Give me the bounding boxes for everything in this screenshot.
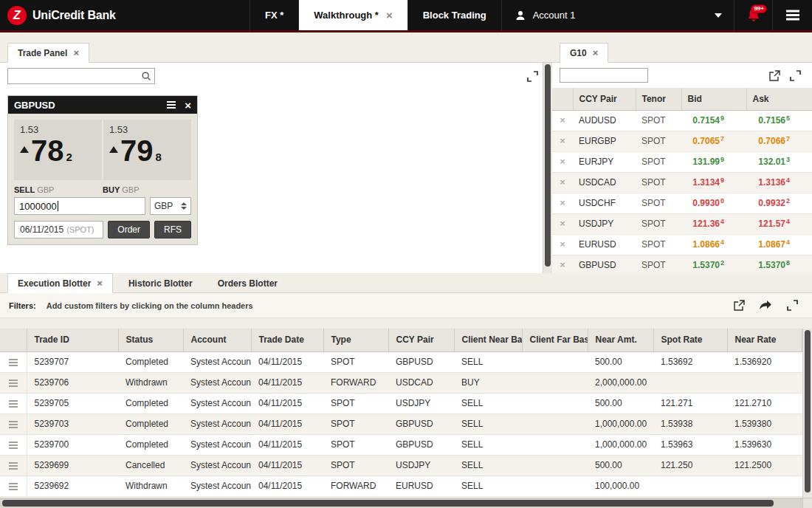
close-tab-icon[interactable] [593,48,599,58]
ask-price[interactable]: 132.013 [746,151,812,172]
col-account[interactable]: Account [183,329,251,351]
tab-fx[interactable]: FX * [250,0,298,30]
bid-price[interactable]: 131.999 [681,151,746,172]
col-ccy-pair[interactable]: CCY Pair [388,329,454,351]
ticket-header[interactable]: GBPUSD [8,96,197,114]
scrollbar-thumb[interactable] [545,64,551,267]
col-tenor[interactable]: Tenor [636,88,681,110]
col-client-near-base[interactable]: Client Near Bas [454,329,522,351]
tab-walkthrough[interactable]: Walkthrough * [298,0,407,30]
row-menu-icon[interactable] [0,372,27,393]
g10-rate-row[interactable]: EURUSD SPOT 1.08664 1.08674 [552,234,812,255]
trade-vertical-scrollbar[interactable] [543,63,552,273]
bid-price[interactable]: 121.364 [681,213,746,234]
g10-rate-row[interactable]: AUDUSD SPOT 0.71549 0.71565 [552,110,812,131]
value-date-input[interactable]: 06/11/2015 (SPOT) [14,221,103,238]
col-spot-rate[interactable]: Spot Rate [653,329,727,351]
account-menu[interactable]: Account 1 [502,0,734,30]
ask-price[interactable]: 0.71565 [746,110,812,131]
row-menu-icon[interactable] [0,455,27,476]
blotter-row[interactable]: 5239705 Completed Systest Account 04/11/… [0,393,802,413]
row-menu-icon[interactable] [0,413,27,434]
col-type[interactable]: Type [323,329,388,351]
ask-price[interactable]: 1.31364 [746,172,812,193]
header-menu-button[interactable] [0,329,27,351]
fullscreen-icon[interactable] [788,69,802,82]
row-menu-icon[interactable] [0,351,27,372]
blotter-row[interactable]: 5239706 Withdrawn Systest Account 04/11/… [0,372,802,393]
fullscreen-icon[interactable] [526,69,539,83]
g10-search-input[interactable] [560,68,648,83]
share-icon[interactable] [759,299,772,312]
g10-rate-row[interactable]: USDJPY SPOT 121.364 121.574 [552,213,812,234]
remove-row-icon[interactable] [552,255,573,273]
ask-price[interactable]: 121.574 [746,213,812,234]
fullscreen-icon[interactable] [785,299,799,312]
close-tab-icon[interactable] [73,48,79,58]
bid-price[interactable]: 1.08664 [681,234,746,255]
col-ask[interactable]: Ask [746,88,812,110]
col-trade-id[interactable]: Trade ID [27,329,118,351]
tab-trade-panel[interactable]: Trade Panel [7,43,89,63]
col-status[interactable]: Status [118,329,183,351]
remove-row-icon[interactable] [552,213,573,234]
g10-rate-row[interactable]: EURJPY SPOT 131.999 132.013 [552,151,812,172]
row-menu-icon[interactable] [0,476,27,496]
remove-row-icon[interactable] [552,172,573,193]
trade-search-input[interactable] [7,68,155,84]
order-button[interactable]: Order [108,221,150,238]
tab-orders-blotter[interactable]: Orders Blotter [208,273,287,293]
remove-row-icon[interactable] [552,234,573,255]
col-near-amt[interactable]: Near Amt. [588,329,653,351]
ticket-close-icon[interactable] [185,100,191,111]
row-menu-icon[interactable] [0,393,27,413]
tab-block-trading[interactable]: Block Trading [407,0,502,30]
close-tab-icon[interactable] [97,278,103,288]
remove-row-icon[interactable] [552,151,573,172]
stepper-arrows-icon[interactable] [181,202,187,210]
tab-execution-blotter[interactable]: Execution Blotter [7,273,113,293]
ticket-menu-icon[interactable] [167,104,176,106]
buy-price-tile[interactable]: 1.53 79 8 [103,120,191,180]
g10-rate-row[interactable]: GBPUSD SPOT 1.53702 1.53708 [552,255,812,273]
blotter-row[interactable]: 5239692 Withdrawn Systest Account 04/11/… [0,476,802,496]
menu-button[interactable] [772,0,812,30]
g10-rate-row[interactable]: USDCHF SPOT 0.99300 0.99322 [552,193,812,213]
remove-row-icon[interactable] [552,193,573,213]
g10-rate-row[interactable]: USDCAD SPOT 1.31349 1.31364 [552,172,812,193]
tab-g10[interactable]: G10 [560,43,608,63]
ask-price[interactable]: 1.53708 [746,255,812,273]
bid-price[interactable]: 0.71549 [681,110,746,131]
bid-price[interactable]: 0.70657 [681,131,746,151]
bid-price[interactable]: 0.99300 [681,193,746,213]
tab-historic-blotter[interactable]: Historic Blotter [119,273,202,293]
col-bid[interactable]: Bid [681,88,746,110]
blotter-row[interactable]: 5239703 Completed Systest Account 04/11/… [0,413,802,434]
blotter-row[interactable]: 5239699 Cancelled Systest Account 04/11/… [0,455,802,476]
row-menu-icon[interactable] [0,434,27,455]
rfs-button[interactable]: RFS [154,221,191,238]
popout-icon[interactable] [768,69,781,82]
close-tab-icon[interactable] [386,10,393,21]
bid-price[interactable]: 1.31349 [681,172,746,193]
blotter-vertical-scrollbar[interactable] [802,329,812,498]
col-trade-date[interactable]: Trade Date [251,329,323,351]
blotter-row[interactable]: 5239700 Completed Systest Account 04/11/… [0,434,802,455]
remove-row-icon[interactable] [552,131,573,151]
sell-price-tile[interactable]: 1.53 78 2 [14,120,102,180]
horizontal-scrollbar[interactable] [0,498,812,508]
notifications-button[interactable]: 99+ [734,0,772,30]
popout-icon[interactable] [732,299,746,312]
blotter-row[interactable]: 5239707 Completed Systest Account 04/11/… [0,351,802,372]
scrollbar-thumb[interactable] [2,500,774,507]
ask-price[interactable]: 0.70667 [746,131,812,151]
bid-price[interactable]: 1.53702 [681,255,746,273]
col-ccy-pair[interactable]: CCY Pair [573,88,636,110]
scrollbar-thumb[interactable] [805,330,811,492]
remove-row-icon[interactable] [552,110,573,131]
amount-input[interactable]: 1000000 [14,197,145,215]
ask-price[interactable]: 0.99322 [746,193,812,213]
col-client-far-base[interactable]: Client Far Base [522,329,588,351]
currency-select[interactable]: GBP [150,197,191,215]
g10-rate-row[interactable]: EURGBP SPOT 0.70657 0.70667 [552,131,812,151]
